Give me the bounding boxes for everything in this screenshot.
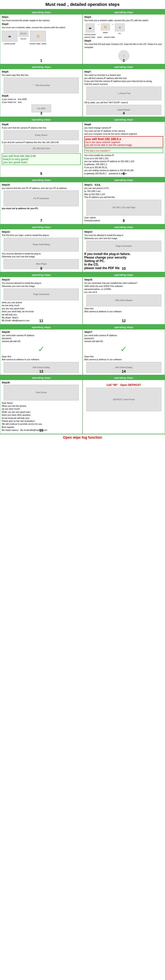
- cell-1: operating steps Step1: You must connect …: [0, 10, 82, 64]
- step13-allow: You must be allowed to install the plug-…: [84, 234, 163, 240]
- step11-text: you can see picture in PC.ip: 192.168.1.…: [84, 187, 163, 199]
- cell-10-header: operating steps: [83, 225, 165, 229]
- plugin-install-screenshot: Plugin Install Dialog: [4, 238, 79, 251]
- step1-label: Step1:: [2, 16, 81, 18]
- cell-8-header: operating steps: [83, 178, 165, 182]
- step6-text: 1,you need run ims-42002,you need run to…: [2, 98, 81, 104]
- cell-1-body: Step1: You must connect the power supply…: [0, 14, 82, 64]
- step8-highlight: you will find:192.168.0.99now,it is very…: [2, 153, 81, 165]
- step8-found-text: If you find the camera IP address like t…: [2, 141, 81, 144]
- open-defrost-label: Open wipe fog function: [0, 434, 165, 441]
- step8-label: Step8:: [2, 123, 81, 126]
- step17a-text: you need write camera IP addresspassword…: [84, 334, 163, 343]
- checkmark-17: ✓: [84, 345, 163, 353]
- cell-3-number: 3: [40, 111, 42, 115]
- step5-text: You need copy files like this:: [2, 74, 81, 76]
- step10-label: Step10:: [2, 183, 81, 186]
- cell-14-number: 14: [122, 369, 126, 374]
- plugin-screenshot-2: Plugin Screenshot: [86, 241, 161, 251]
- cell-3-body: Step5: You need copy files like this: 📁 …: [0, 69, 82, 117]
- cell-15: operating steps Step18: Final Screen Dea…: [0, 375, 82, 434]
- cell-14-body: Step17: you need write camera IP address…: [83, 329, 165, 375]
- cell-4-number: 4: [123, 111, 125, 115]
- step2-label: Step2:: [2, 23, 81, 25]
- files-screenshot: 📁 Files Screenshot: [4, 78, 79, 93]
- cell-11-number: 11: [39, 319, 43, 323]
- cell-11: operating steps Step14: You must be allo…: [0, 272, 82, 325]
- cell-15-header: operating steps: [0, 375, 82, 380]
- cell-defrost-header: operating steps: [83, 375, 165, 380]
- cell2-diagram: 📷 Camera power → 🔀 switch → 🖥 PC: [84, 23, 163, 35]
- step12-allow: You must be allowed to install the plug-…: [2, 252, 81, 258]
- cell-9: operating steps Step12: The first time y…: [0, 224, 82, 272]
- step15-label: Step15:: [84, 278, 163, 281]
- step15-open: Open this.Add camera ip address in you s…: [84, 307, 163, 313]
- step7-text: You need run tool,this is a Search tool.…: [84, 74, 163, 86]
- step16a-label: Step16:: [2, 331, 81, 333]
- switch-img-1: 🔀: [30, 31, 46, 41]
- cell-15-number: 15: [39, 428, 43, 433]
- cell-12-body: Step15: Do you remember that you install…: [83, 277, 165, 324]
- cell-2-body: Step3: You must use a network cable, con…: [83, 14, 165, 64]
- cell-8-number: 8: [123, 219, 125, 223]
- cell-1-number: 1: [40, 59, 42, 63]
- main-title: Must read，detailed operation steps: [0, 0, 165, 10]
- step9-important: This step is very important !!!: [84, 148, 163, 153]
- cell-12-number: 12: [122, 319, 126, 323]
- net-labels: network cable switch network cable: [84, 36, 163, 38]
- ip-login-screenshot: 192.168.1.133 Login Page: [86, 200, 161, 215]
- cell-12-header: operating steps: [83, 273, 165, 277]
- step9-warning: you will find:192.168.0.x not in the sam…: [84, 136, 163, 148]
- step15-text: Do you remember that you installed the c…: [84, 282, 163, 294]
- cell-6-number: 6: [123, 172, 125, 176]
- step4-text: You need find CD,and open Camera CD. Cop…: [84, 43, 163, 49]
- cell-12: operating steps Step15: Do you remember …: [82, 272, 165, 325]
- cell-6-body: Step9: you need change camera IPYou need…: [83, 122, 165, 177]
- cell-3-header: operating steps: [0, 65, 82, 69]
- cell-defrost-body: Call "95" Open DEFROST DEFROST Control P…: [83, 380, 165, 434]
- step10-text: you need to find this one PC IP address,…: [2, 187, 81, 190]
- cell-10-number: 10: [122, 267, 126, 270]
- step18-label: Step18:: [2, 381, 81, 384]
- step9-text: you need change camera IPYou need set th…: [84, 126, 163, 135]
- step10-sub: you must set ip address for you PC.: [2, 207, 81, 210]
- step16a-text: you need write camera IP addresspassword…: [2, 334, 81, 343]
- cell-9-number: 9: [40, 267, 42, 270]
- search-found-screenshot: 192.168.0.99 Found: [4, 145, 79, 153]
- cell-6-header: operating steps: [83, 118, 165, 122]
- step12-text: The first time you login, need to instal…: [2, 234, 81, 237]
- step6-label: Step6:: [2, 94, 81, 97]
- step14-label: Step14:: [2, 278, 81, 281]
- cell-11-body: Step14: You must be allowed to install t…: [0, 277, 82, 324]
- cell-15-body: Step18: Final Screen Dear friend: When y…: [0, 380, 82, 434]
- cell-5-header: operating steps: [0, 118, 82, 122]
- hkt-text: ON ip table, you will find "HKT-SXOP" ma…: [84, 101, 163, 104]
- step14-allow: You must be allowed to install this plug…: [2, 282, 81, 288]
- pc-img: 🖥: [115, 24, 125, 31]
- cell-13-header: operating steps: [0, 325, 82, 329]
- cell-1-header: operating steps: [0, 10, 82, 14]
- step4-label: Step4:: [84, 40, 163, 42]
- step5-label: Step5:: [2, 70, 81, 73]
- dc12v-img: DC12V: [19, 31, 29, 37]
- cell-13: operating steps Step16: you need write c…: [0, 325, 82, 375]
- step2-text: You must use a network cable, connect th…: [2, 26, 81, 29]
- step9-label: Step9:: [84, 123, 163, 126]
- cell-2-header: operating steps: [83, 10, 165, 14]
- cam-power-img: 📷: [86, 24, 95, 32]
- cell-4-body: Step7: You need run tool,this is a Searc…: [83, 69, 165, 117]
- checkmark-16: ✓: [2, 345, 81, 353]
- step11-label: Step11: 4,5,6,: [84, 183, 163, 186]
- cell-5: operating steps Step8: If you can't find…: [0, 117, 82, 177]
- cell-14: operating steps Step17: you need write c…: [82, 325, 165, 375]
- cell-7-header: operating steps: [0, 178, 82, 182]
- cell-14-header: operating steps: [83, 325, 165, 329]
- cell-8-body: Step11: 4,5,6, you can see picture in PC…: [83, 182, 165, 224]
- cell-8: operating steps Step11: 4,5,6, you can s…: [82, 178, 165, 224]
- step3-label: Step3:: [84, 16, 163, 18]
- step3-text: You must use a network cable, connect th…: [84, 19, 163, 22]
- cell-3: operating steps Step5: You need copy fil…: [0, 65, 82, 117]
- cell-10-body: Step13: You must be allowed to install t…: [83, 229, 165, 272]
- step17a-label: Step17:: [84, 331, 163, 333]
- call95-text: Call "95" Open DEFROST: [84, 383, 163, 387]
